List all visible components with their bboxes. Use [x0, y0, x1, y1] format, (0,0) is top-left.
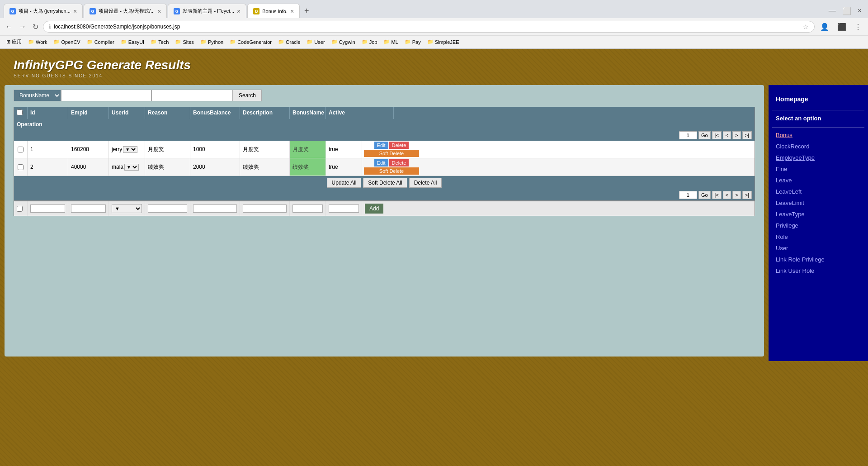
th-bonusbalance: BonusBalance	[190, 107, 240, 119]
tab-4[interactable]: B Bonus Info. ×	[247, 4, 300, 18]
bookmark-opencv[interactable]: 📁 OpenCV	[51, 38, 83, 46]
browser-menu-icon[interactable]: ⋮	[852, 22, 864, 32]
minimize-button[interactable]: —	[826, 6, 839, 16]
main-layout: BonusName Search Id Empid UserId Reason …	[0, 85, 868, 361]
tab-close-1[interactable]: ×	[73, 8, 77, 15]
bookmark-oracle[interactable]: 📁 Oracle	[275, 38, 303, 46]
bookmark-cygwin[interactable]: 📁 Cygwin	[329, 38, 358, 46]
tab-1[interactable]: G 项目 - 火鸟 (jerryshen... ×	[4, 4, 83, 18]
search-field-select[interactable]: BonusName	[14, 90, 61, 101]
row1-delete-button[interactable]: Delete	[389, 142, 409, 149]
bottom-first-button[interactable]: |<	[712, 191, 722, 199]
folder-icon-cygwin: 📁	[331, 39, 338, 45]
row1-edit-button[interactable]: Edit	[374, 142, 388, 149]
star-icon[interactable]: ☆	[803, 23, 809, 30]
search-input2[interactable]	[151, 90, 233, 101]
row2-edit-button[interactable]: Edit	[374, 159, 388, 166]
search-input[interactable]	[61, 90, 151, 101]
sidebar-item-link-user-role[interactable]: Link User Role	[769, 265, 868, 276]
sidebar-item-role[interactable]: Role	[769, 231, 868, 243]
close-button[interactable]: ×	[855, 6, 864, 16]
bookmark-job[interactable]: 📁 Job	[359, 38, 380, 46]
row2-userid-select[interactable]: ▼	[124, 164, 139, 171]
add-id-cell	[28, 201, 68, 216]
add-userid-cell: ▼	[109, 201, 145, 216]
delete-all-button[interactable]: Delete All	[409, 178, 442, 188]
top-go-button[interactable]: Go	[698, 131, 711, 139]
add-userid-select[interactable]: ▼	[112, 204, 142, 213]
user-icon[interactable]: 👤	[817, 22, 832, 32]
row2-check[interactable]	[18, 164, 24, 170]
tab-close-2[interactable]: ×	[157, 8, 161, 15]
add-button[interactable]: Add	[365, 204, 383, 214]
tab-3[interactable]: G 发表新的主题 - ITeyei... ×	[168, 4, 246, 18]
add-active-cell	[326, 201, 362, 216]
sidebar-item-privilege[interactable]: Privilege	[769, 220, 868, 231]
add-description-input[interactable]	[243, 204, 287, 213]
bookmark-sites[interactable]: 📁 Sites	[172, 38, 196, 46]
bookmark-tech[interactable]: 📁 Tech	[148, 38, 171, 46]
folder-icon-pay: 📁	[405, 39, 411, 45]
bottom-next-button[interactable]: >	[732, 191, 741, 199]
bookmark-easyui[interactable]: 📁 EasyUI	[118, 38, 147, 46]
add-reason-input[interactable]	[148, 204, 187, 213]
bookmark-compiler[interactable]: 📁 Compiler	[84, 38, 117, 46]
sidebar-item-fine[interactable]: Fine	[769, 163, 868, 175]
address-input[interactable]: localhost:8080/GenerateSample/jsonjsp/bo…	[54, 24, 800, 30]
row2-delete-button[interactable]: Delete	[389, 159, 409, 166]
sidebar-item-leaveleft[interactable]: LeaveLeft	[769, 186, 868, 197]
tab-favicon-3: G	[174, 8, 180, 14]
bottom-go-button[interactable]: Go	[698, 191, 711, 199]
bookmark-work[interactable]: 📁 Work	[25, 38, 50, 46]
add-checkbox[interactable]	[17, 206, 23, 212]
extensions-icon[interactable]: ⬛	[835, 22, 849, 32]
top-next-button[interactable]: >	[732, 131, 741, 139]
row1-soft-delete-button[interactable]: Soft Delete	[364, 150, 419, 157]
top-last-button[interactable]: >|	[742, 131, 752, 139]
add-active-input[interactable]	[329, 204, 359, 213]
new-tab-button[interactable]: +	[301, 6, 313, 16]
select-all-checkbox[interactable]	[17, 109, 23, 115]
tab-close-3[interactable]: ×	[237, 8, 241, 15]
sidebar-item-employeetype[interactable]: EmployeeType	[769, 152, 868, 163]
sidebar-item-clockrecord[interactable]: ClockRecord	[769, 141, 868, 152]
add-empid-input[interactable]	[71, 204, 106, 213]
tab-close-4[interactable]: ×	[290, 8, 294, 15]
row2-soft-delete-button[interactable]: Soft Delete	[364, 167, 419, 175]
top-page-input[interactable]: 1	[679, 131, 697, 139]
sidebar-item-link-role-privilege[interactable]: Link Role Privilege	[769, 254, 868, 265]
bookmark-python[interactable]: 📁 Python	[198, 38, 226, 46]
search-button[interactable]: Search	[233, 90, 262, 101]
bookmark-user[interactable]: 📁 User	[304, 38, 327, 46]
sidebar-item-leavetype[interactable]: LeaveType	[769, 209, 868, 220]
sidebar-item-bonus[interactable]: Bonus	[769, 129, 868, 141]
row1-userid-select[interactable]: ▼	[123, 146, 137, 153]
forward-button[interactable]: →	[17, 22, 28, 32]
bottom-last-button[interactable]: >|	[742, 191, 752, 199]
sidebar-item-leavelimit[interactable]: LeaveLimit	[769, 197, 868, 209]
top-first-button[interactable]: |<	[712, 131, 722, 139]
bottom-prev-button[interactable]: <	[723, 191, 731, 199]
bookmark-ml[interactable]: 📁 ML	[381, 38, 401, 46]
address-bar[interactable]: ℹ localhost:8080/GenerateSample/jsonjsp/…	[43, 21, 815, 33]
row1-check[interactable]	[18, 147, 24, 152]
add-bonusbalance-input[interactable]	[193, 204, 237, 213]
row1-userid: jerry ▼	[109, 141, 145, 158]
top-prev-button[interactable]: <	[723, 131, 731, 139]
back-button[interactable]: ←	[4, 22, 14, 32]
bookmark-pay[interactable]: 📁 Pay	[402, 38, 424, 46]
bookmark-codegenerator[interactable]: 📁 CodeGenerator	[227, 38, 274, 46]
sidebar-item-leave[interactable]: Leave	[769, 175, 868, 186]
bookmark-apps[interactable]: ⊞ 应用	[4, 38, 24, 46]
reload-button[interactable]: ↻	[31, 22, 40, 32]
update-all-button[interactable]: Update All	[327, 178, 362, 188]
add-bonusname-input[interactable]	[292, 204, 323, 213]
sidebar-item-user[interactable]: User	[769, 243, 868, 254]
lock-icon: ℹ	[49, 24, 51, 30]
bookmark-simplejee[interactable]: 📁 SimpleJEE	[425, 38, 462, 46]
maximize-button[interactable]: ⬜	[840, 6, 854, 16]
add-id-input[interactable]	[30, 204, 65, 213]
soft-delete-all-button[interactable]: Soft Delete All	[363, 178, 407, 188]
bottom-page-input[interactable]: 1	[679, 191, 697, 199]
tab-2[interactable]: G 项目设置 - 火鸟/无模式/... ×	[84, 4, 167, 18]
